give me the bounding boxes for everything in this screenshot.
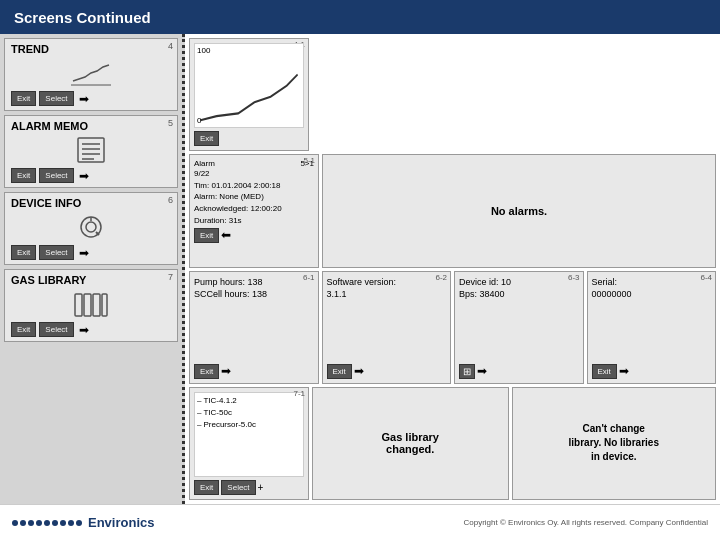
device-box4-number: 6-4 (700, 273, 712, 282)
software-label: Software version: (327, 276, 447, 289)
alarm-number: 5 (168, 118, 173, 128)
gas-screen-number: 7-1 (293, 389, 305, 398)
acknowledged-label: Acknowledged: (194, 204, 248, 213)
gas-screen-buttons: Exit Select + (194, 480, 304, 495)
device-id-label: Device id: (459, 277, 499, 287)
device-box-2: 6-2 Software version: 3.1.1 Exit ➡ (322, 271, 452, 384)
cant-change-text: Can't changelibrary. No librariesin devi… (569, 422, 659, 464)
device-id-value: 10 (501, 277, 511, 287)
alarm-screen-exit-button[interactable]: Exit (194, 228, 219, 243)
trend-screen-buttons: Exit (194, 131, 304, 146)
acknowledged-value: 12:00:20 (251, 204, 282, 213)
sidebar-item-gas: GAS LIBRARY 7 Exit Select ➡ (4, 269, 178, 342)
trend-exit-button[interactable]: Exit (11, 91, 36, 106)
device-box4-buttons: Exit ➡ (592, 364, 712, 379)
main-content: TREND 4 Exit Select ➡ ALARM MEMO 5 (0, 34, 720, 504)
alarm-exit-button[interactable]: Exit (11, 168, 36, 183)
sccell-hours-label: SCCell hours: (194, 289, 250, 299)
gas-changed-text: Gas librarychanged. (382, 431, 439, 455)
sccell-hours-value: 138 (252, 289, 267, 299)
header-title: Screens Continued (14, 9, 151, 26)
device-box2-content: Software version: 3.1.1 (327, 276, 447, 364)
no-alarm-box: No alarms. (322, 154, 716, 267)
footer-brand: Environics (12, 515, 154, 530)
alarm-screen-buttons: Exit ⬅ (194, 228, 314, 243)
alarm-detail-content: 9/22 Tim: 01.01.2004 2:00:18 Alarm: None… (194, 168, 314, 226)
device-box4-arrow-icon: ➡ (619, 364, 629, 378)
sidebar-item-device: DEVICE INFO 6 Exit Select ➡ (4, 192, 178, 265)
device-box3-arrow-icon: ➡ (477, 364, 487, 378)
sidebar-item-alarm: ALARM MEMO 5 Exit Select ➡ (4, 115, 178, 188)
gas-arrow-icon: ➡ (79, 323, 89, 337)
chart-max-label: 100 (197, 46, 210, 55)
alarm-field-label: Alarm: (194, 192, 217, 201)
footer-logo: Environics (88, 515, 154, 530)
svg-rect-11 (84, 294, 91, 316)
gas-item-1: TIC-4.1.2 (197, 395, 301, 407)
bps-label: Bps: (459, 289, 477, 299)
tim-label: Tim: (194, 181, 209, 190)
device-box2-exit-button[interactable]: Exit (327, 364, 352, 379)
gas-screen-exit-button[interactable]: Exit (194, 480, 219, 495)
gas-list-content: TIC-4.1.2 TIC-50c Precursor-5.0c (194, 392, 304, 477)
gas-screen-plus-icon: + (258, 482, 264, 493)
device-exit-button[interactable]: Exit (11, 245, 36, 260)
alarm-title: ALARM MEMO (11, 120, 171, 132)
alarm-screen-number: 5-1 (303, 156, 315, 165)
device-title: DEVICE INFO (11, 197, 171, 209)
alarm-buttons: Exit Select ➡ (11, 168, 171, 183)
alarm-label: Alarm (194, 159, 215, 168)
tim-value: 01.01.2004 2:00:18 (212, 181, 281, 190)
device-box4-exit-button[interactable]: Exit (592, 364, 617, 379)
device-box-4: 6-4 Serial: 00000000 Exit ➡ (587, 271, 717, 384)
footer: Environics Copyright © Environics Oy. Al… (0, 504, 720, 540)
trend-arrow-icon: ➡ (79, 92, 89, 106)
alarm-detail-box: 5-1 Alarm 5>1 9/22 Tim: 01.01.2004 2:00:… (189, 154, 319, 267)
device-box-3: 6-3 Device id: 10 Bps: 38400 ⊞ ➡ (454, 271, 584, 384)
software-value: 3.1.1 (327, 288, 447, 301)
svg-rect-12 (93, 294, 100, 316)
trend-row: 4-1 100 0 Exit (189, 38, 716, 151)
trend-title: TREND (11, 43, 171, 55)
header: Screens Continued (0, 0, 720, 34)
device-number: 6 (168, 195, 173, 205)
header-decoration (660, 0, 720, 34)
gas-row: 7-1 TIC-4.1.2 TIC-50c Precursor-5.0c Exi… (189, 387, 716, 500)
pump-hours-value: 138 (248, 277, 263, 287)
trend-screen-exit-button[interactable]: Exit (194, 131, 219, 146)
alarm-value: 9/22 (194, 168, 314, 180)
footer-copyright: Copyright © Environics Oy. All rights re… (463, 518, 708, 527)
device-box1-number: 6-1 (303, 273, 315, 282)
device-box1-arrow-icon: ➡ (221, 364, 231, 378)
alarm-screen-back-icon: ⬅ (221, 228, 231, 243)
device-select-button[interactable]: Select (39, 245, 73, 260)
gas-select-button[interactable]: Select (39, 322, 73, 337)
device-box1-content: Pump hours: 138 SCCell hours: 138 (194, 276, 314, 364)
trend-select-button[interactable]: Select (39, 91, 73, 106)
device-row: 6-1 Pump hours: 138 SCCell hours: 138 Ex… (189, 271, 716, 384)
duration-label: Duration: (194, 216, 226, 225)
gas-number: 7 (168, 272, 173, 282)
gas-title: GAS LIBRARY (11, 274, 171, 286)
sidebar: TREND 4 Exit Select ➡ ALARM MEMO 5 (0, 34, 185, 504)
alarm-arrow-icon: ➡ (79, 169, 89, 183)
gas-exit-button[interactable]: Exit (11, 322, 36, 337)
svg-rect-10 (75, 294, 82, 316)
trend-number: 4 (168, 41, 173, 51)
gas-item-3: Precursor-5.0c (197, 419, 301, 431)
alarm-select-button[interactable]: Select (39, 168, 73, 183)
no-alarm-text: No alarms. (491, 205, 547, 217)
device-box1-exit-button[interactable]: Exit (194, 364, 219, 379)
bps-value: 38400 (480, 289, 505, 299)
alarm-icon (11, 134, 171, 166)
device-buttons: Exit Select ➡ (11, 245, 171, 260)
alarm-field-value: None (MED) (219, 192, 263, 201)
gas-buttons: Exit Select ➡ (11, 322, 171, 337)
device-box3-number: 6-3 (568, 273, 580, 282)
gas-screen-select-button[interactable]: Select (221, 480, 255, 495)
gas-changed-box: Gas librarychanged. (312, 387, 509, 500)
device-icon (11, 211, 171, 243)
device-box2-arrow-icon: ➡ (354, 364, 364, 378)
serial-label: Serial: (592, 276, 712, 289)
device-box2-buttons: Exit ➡ (327, 364, 447, 379)
